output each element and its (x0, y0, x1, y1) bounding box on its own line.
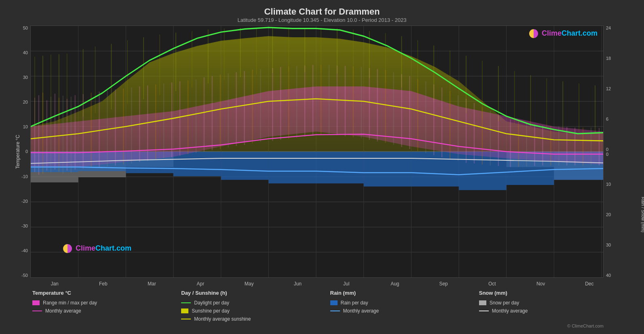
legend-temp-range: Range min / max per day (32, 300, 181, 306)
watermark-purple: Clime (76, 244, 95, 252)
temp-range-swatch (32, 300, 40, 305)
legend-snow-per-day: Snow per day (479, 300, 628, 306)
right-axis-rain-label: Rain / Snow (mm) (641, 197, 644, 232)
y-tick-30: 30 (23, 75, 28, 80)
snow-swatch (479, 300, 486, 305)
rain-avg-line (330, 311, 340, 311)
legend-snow-label: Snow per day (490, 300, 519, 306)
copyright: © ClimeChart.com (8, 323, 636, 330)
svg-rect-33 (316, 152, 364, 184)
watermark-bottom-left: ClimeChart.com (63, 244, 131, 253)
rain-swatch (330, 300, 338, 305)
y-tick-r-18: 18 (606, 56, 611, 61)
y-tick-r-6: 6 (606, 117, 608, 121)
legend-daylight: Daylight per day (181, 300, 330, 306)
legend-temp-range-label: Range min / max per day (43, 300, 97, 306)
page-wrapper: Climate Chart for Drammen Latitude 59.71… (0, 0, 644, 334)
watermark-top-right: ClimeChart.com (529, 29, 598, 38)
y-tick-r-12: 12 (606, 86, 611, 91)
watermark-purple-tr: Clime (542, 29, 562, 37)
y-tick-n50: -50 (21, 273, 28, 278)
x-axis: Jan Feb Mar Apr May Jun Jul Aug Sep Oct … (8, 279, 636, 287)
legend-sunshine: Day / Sunshine (h) Daylight per day Suns… (181, 290, 330, 322)
svg-rect-34 (364, 152, 412, 187)
legend-snow: Snow (mm) Snow per day Monthly average (479, 290, 628, 322)
y-tick-r-0: 0 (606, 147, 608, 152)
legend-snow-title: Snow (mm) (479, 290, 628, 296)
legend-rain-label: Rain per day (341, 300, 368, 306)
legend-sunshine-avg: Monthly average sunshine (181, 316, 330, 322)
month-nov: Nov (517, 281, 565, 287)
month-mar: Mar (128, 281, 176, 287)
month-jan: Jan (30, 281, 79, 287)
legend-daylight-label: Daylight per day (194, 300, 229, 306)
chart-area: Temperature °C 50 40 30 20 10 0 -10 -20 … (8, 26, 636, 278)
chart-subtitle: Latitude 59.719 - Longitude 10.345 - Ele… (8, 17, 636, 23)
legend-snow-avg: Monthly average (479, 308, 628, 314)
legend-snow-avg-label: Monthly average (492, 308, 528, 314)
y-tick-0: 0 (25, 149, 28, 154)
sunshine-swatch (181, 308, 188, 313)
y-axis-left: Temperature °C 50 40 30 20 10 0 -10 -20 … (8, 26, 30, 278)
legend-area: Temperature °C Range min / max per day M… (8, 287, 636, 323)
y-tick-10: 10 (23, 124, 28, 129)
y-axis-left-label: Temperature °C (15, 134, 21, 168)
y-tick-n10: -10 (21, 174, 28, 179)
y-tick-20: 20 (23, 100, 28, 104)
month-sep: Sep (419, 281, 468, 287)
legend-rain-title: Rain (mm) (330, 290, 479, 296)
logo-icon-tr (529, 29, 538, 38)
y-tick-r-10: 10 (606, 182, 611, 187)
legend-temp-avg: Monthly average (32, 308, 181, 314)
y-tick-r-30: 30 (606, 243, 611, 247)
y-tick-r-0b: 0 (606, 152, 608, 157)
chart-main: ClimeChart.com ClimeChart.com (30, 26, 604, 278)
legend-rain-per-day: Rain per day (330, 300, 479, 306)
month-jul: Jul (322, 281, 371, 287)
legend-sunshine-per-day: Sunshine per day (181, 308, 330, 314)
month-feb: Feb (79, 281, 127, 287)
y-tick-n40: -40 (21, 248, 28, 253)
legend-rain-avg: Monthly average (330, 308, 479, 314)
y-tick-n30: -30 (21, 223, 28, 228)
month-aug: Aug (371, 281, 419, 287)
legend-sunshine-avg-label: Monthly average sunshine (194, 316, 251, 322)
legend-sunshine-label: Sunshine per day (192, 308, 229, 314)
y-axis-right: 24 18 12 6 0 0 10 20 30 40 Day / Sunshin… (604, 26, 636, 278)
month-oct: Oct (468, 281, 516, 287)
legend-rain-avg-label: Monthly average (343, 308, 379, 314)
legend-sunshine-title: Day / Sunshine (h) (181, 290, 330, 296)
svg-rect-32 (268, 152, 316, 184)
sunshine-avg-line (181, 319, 191, 319)
month-dec: Dec (565, 281, 614, 287)
daylight-line (181, 302, 191, 303)
y-tick-40: 40 (23, 50, 28, 55)
y-tick-n20: -20 (21, 199, 28, 204)
y-tick-r-24: 24 (606, 26, 611, 30)
svg-rect-35 (411, 152, 459, 187)
month-apr: Apr (176, 281, 225, 287)
logo-icon (63, 244, 72, 253)
watermark-blue: Chart.com (95, 244, 131, 252)
month-may: May (225, 281, 273, 287)
legend-temp-avg-label: Monthly average (45, 308, 81, 314)
legend-rain: Rain (mm) Rain per day Monthly average (330, 290, 479, 322)
month-jun: Jun (273, 281, 322, 287)
y-tick-r-40: 40 (606, 273, 611, 278)
watermark-blue-tr: Chart.com (562, 29, 598, 37)
temp-avg-line (32, 311, 42, 311)
svg-rect-30 (173, 152, 221, 177)
legend-temp-title: Temperature °C (32, 290, 181, 296)
chart-svg (31, 26, 603, 277)
y-tick-50: 50 (23, 26, 28, 30)
svg-rect-31 (221, 152, 269, 180)
snow-avg-line (479, 311, 489, 311)
chart-title: Climate Chart for Drammen (8, 6, 636, 17)
legend-temperature: Temperature °C Range min / max per day M… (32, 290, 181, 322)
y-tick-r-20: 20 (606, 212, 611, 217)
